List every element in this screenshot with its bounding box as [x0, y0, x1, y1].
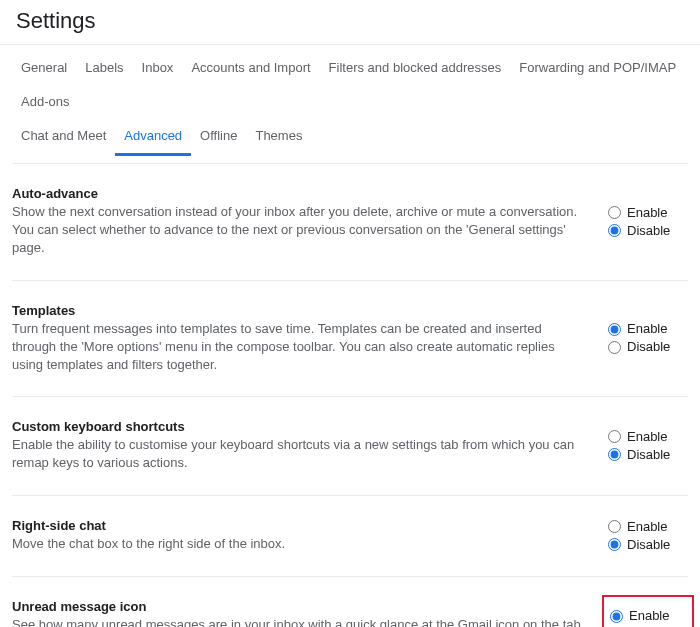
option-row-enable: Enable [608, 518, 688, 536]
radio-label-enable[interactable]: Enable [627, 518, 667, 536]
section-body: See how many unread messages are in your… [12, 616, 586, 628]
radio-enable[interactable] [608, 520, 621, 533]
option-row-disable: Disable [608, 536, 688, 554]
options-column: EnableDisable [606, 320, 688, 356]
option-row-enable: Enable [610, 607, 686, 625]
section-body: Enable the ability to customise your key… [12, 436, 586, 472]
section-desc: Auto-advanceShow the next conversation i… [12, 186, 606, 258]
option-row-disable: Disable [608, 446, 688, 464]
option-row-disable: Disable [608, 338, 688, 356]
option-row-enable: Enable [608, 428, 688, 446]
section-unread-message-icon: Unread message iconSee how many unread m… [12, 576, 688, 628]
radio-label-enable[interactable]: Enable [627, 204, 667, 222]
radio-disable[interactable] [608, 341, 621, 354]
options-inner: EnableDisable [608, 204, 688, 240]
highlight-box: EnableDisable [602, 595, 694, 627]
sections-list: Auto-advanceShow the next conversation i… [12, 163, 688, 627]
options-column: EnableDisable [606, 518, 688, 554]
radio-label-disable[interactable]: Disable [627, 446, 670, 464]
radio-label-enable[interactable]: Enable [629, 607, 669, 625]
section-auto-advance: Auto-advanceShow the next conversation i… [12, 163, 688, 280]
section-body: Turn frequent messages into templates to… [12, 320, 586, 375]
tab-forwarding-and-pop-imap[interactable]: Forwarding and POP/IMAP [510, 51, 685, 85]
section-title: Unread message icon [12, 599, 586, 614]
tab-add-ons[interactable]: Add-ons [12, 85, 78, 119]
options-inner: EnableDisable [608, 320, 688, 356]
radio-label-disable[interactable]: Disable [627, 536, 670, 554]
option-row-enable: Enable [608, 204, 688, 222]
radio-disable[interactable] [608, 224, 621, 237]
tab-advanced[interactable]: Advanced [115, 119, 191, 156]
radio-label-disable[interactable]: Disable [627, 222, 670, 240]
radio-label-enable[interactable]: Enable [627, 320, 667, 338]
option-row-enable: Enable [608, 320, 688, 338]
section-title: Right-side chat [12, 518, 586, 533]
section-title: Auto-advance [12, 186, 586, 201]
section-desc: TemplatesTurn frequent messages into tem… [12, 303, 606, 375]
tab-filters-and-blocked-addresses[interactable]: Filters and blocked addresses [320, 51, 511, 85]
section-body: Move the chat box to the right side of t… [12, 535, 586, 553]
section-templates: TemplatesTurn frequent messages into tem… [12, 280, 688, 397]
radio-enable[interactable] [610, 610, 623, 623]
tab-accounts-and-import[interactable]: Accounts and Import [182, 51, 319, 85]
radio-enable[interactable] [608, 206, 621, 219]
settings-content: GeneralLabelsInboxAccounts and ImportFil… [0, 44, 700, 627]
options-column: EnableDisable [606, 605, 688, 627]
section-desc: Right-side chatMove the chat box to the … [12, 518, 606, 553]
section-desc: Unread message iconSee how many unread m… [12, 599, 606, 628]
option-row-disable: Disable [608, 222, 688, 240]
section-right-side-chat: Right-side chatMove the chat box to the … [12, 495, 688, 576]
tab-chat-and-meet[interactable]: Chat and Meet [12, 119, 115, 155]
options-inner: EnableDisable [608, 428, 688, 464]
tab-inbox[interactable]: Inbox [133, 51, 183, 85]
radio-disable[interactable] [608, 448, 621, 461]
options-inner: EnableDisable [608, 518, 688, 554]
tabs-row-1: GeneralLabelsInboxAccounts and ImportFil… [12, 51, 688, 119]
section-custom-keyboard-shortcuts: Custom keyboard shortcutsEnable the abil… [12, 396, 688, 494]
section-title: Custom keyboard shortcuts [12, 419, 586, 434]
radio-enable[interactable] [608, 430, 621, 443]
radio-enable[interactable] [608, 323, 621, 336]
tabs-row-2: Chat and MeetAdvancedOfflineThemes [12, 119, 688, 155]
tab-offline[interactable]: Offline [191, 119, 246, 155]
options-column: EnableDisable [606, 204, 688, 240]
tab-general[interactable]: General [12, 51, 76, 85]
section-desc: Custom keyboard shortcutsEnable the abil… [12, 419, 606, 472]
radio-disable[interactable] [608, 538, 621, 551]
tab-labels[interactable]: Labels [76, 51, 132, 85]
radio-label-disable[interactable]: Disable [627, 338, 670, 356]
radio-label-enable[interactable]: Enable [627, 428, 667, 446]
section-body: Show the next conversation instead of yo… [12, 203, 586, 258]
tabs-container: GeneralLabelsInboxAccounts and ImportFil… [12, 45, 688, 155]
section-title: Templates [12, 303, 586, 318]
page-title: Settings [0, 0, 700, 44]
options-column: EnableDisable [606, 428, 688, 464]
tab-themes[interactable]: Themes [246, 119, 311, 155]
